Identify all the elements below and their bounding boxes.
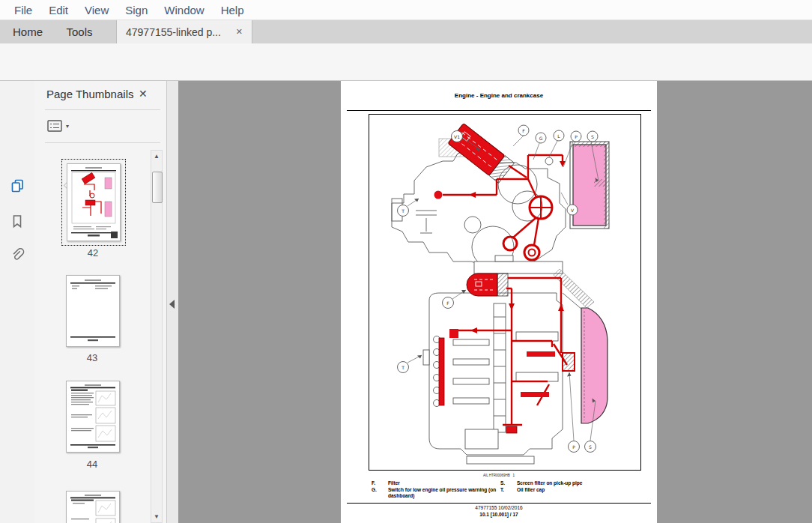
svg-text:T: T <box>401 208 405 214</box>
footer-rule <box>347 503 651 504</box>
svg-text:F: F <box>446 300 449 306</box>
thumbnail-page-43[interactable] <box>66 275 120 347</box>
oil-pump <box>563 353 575 371</box>
oil-filter-lower <box>467 273 508 296</box>
scrollbar-thumb[interactable] <box>152 172 163 203</box>
scroll-up-icon[interactable]: ▲ <box>151 153 162 160</box>
svg-text:S: S <box>591 134 594 139</box>
collapse-panel-icon[interactable] <box>169 300 175 309</box>
oil-sump-lower <box>581 308 608 423</box>
svg-text:T: T <box>401 365 405 370</box>
thumbnail-label-42: 42 <box>67 247 119 259</box>
menu-sign[interactable]: Sign <box>117 4 156 16</box>
menu-window[interactable]: Window <box>156 4 212 16</box>
tab-home[interactable]: Home <box>0 20 55 43</box>
panel-close-icon[interactable]: ✕ <box>139 88 148 100</box>
svg-text:P: P <box>572 444 575 450</box>
bookmarks-icon[interactable] <box>9 213 25 229</box>
main-toolbar: / 709 46.8% ▾ ▾ <box>0 43 812 81</box>
svg-text:S: S <box>589 444 592 450</box>
panel-divider <box>45 109 160 110</box>
page-thumbnails-icon[interactable] <box>9 178 25 194</box>
svg-text:P: P <box>575 134 578 139</box>
engine-diagram: V1 F G L P S T V <box>369 115 640 470</box>
legend-text-t: Oil filler cap <box>517 487 629 493</box>
menu-help[interactable]: Help <box>213 4 252 16</box>
legend-key-f: F. <box>372 480 375 486</box>
thumbnails-scrollbar[interactable]: ▲ ▼ <box>151 150 163 523</box>
thumbnail-options-button[interactable]: ▾ <box>47 119 73 133</box>
page-header: Engine - Engine and crankcase <box>341 92 657 99</box>
menu-file[interactable]: File <box>6 4 40 16</box>
thumbnail-44-preview <box>67 381 119 452</box>
legend-text-g: Switch for low engine oil pressure warni… <box>388 487 500 499</box>
legend-text-f: Filter <box>388 480 497 486</box>
scroll-down-icon[interactable]: ▼ <box>151 513 162 520</box>
thumbnail-page-44[interactable] <box>66 381 120 453</box>
thumbnail-42-preview <box>67 164 120 241</box>
thumbnail-page-42[interactable] <box>67 163 121 241</box>
figure-frame: V1 F G L P S T V <box>369 114 641 471</box>
panel-divider <box>45 142 160 143</box>
tab-document-label: 47977155-linked p... <box>126 26 221 38</box>
tab-document[interactable]: 47977155-linked p... ✕ <box>116 20 252 43</box>
header-rule <box>347 110 651 111</box>
thumbnail-label-44: 44 <box>66 459 118 470</box>
menu-view[interactable]: View <box>76 4 117 16</box>
tab-bar: Home Tools 47977155-linked p... ✕ <box>0 20 812 43</box>
thumbnail-43-preview <box>67 276 119 346</box>
legend-key-s: S. <box>500 480 505 486</box>
menu-bar: File Edit View Sign Window Help <box>0 0 812 20</box>
pdf-page: Engine - Engine and crankcase <box>341 81 657 523</box>
page-thumbnails-panel: Page Thumbnails ✕ ▾ <box>34 81 167 523</box>
document-viewport[interactable]: Engine - Engine and crankcase <box>178 81 812 523</box>
thumbnail-45-preview <box>67 492 119 523</box>
thumbnail-page-45[interactable] <box>66 491 120 523</box>
svg-text:V1: V1 <box>454 134 460 139</box>
legend-key-t: T. <box>500 487 504 492</box>
attachments-icon[interactable] <box>9 247 25 263</box>
svg-text:F: F <box>522 128 525 133</box>
menu-edit[interactable]: Edit <box>40 4 76 16</box>
options-caret-icon: ▾ <box>66 123 69 130</box>
acrobat-window: File Edit View Sign Window Help Home Too… <box>0 0 812 523</box>
footer-doc-number: 47977155 10/02/2016 <box>341 505 657 510</box>
panel-title: Page Thumbnails <box>46 88 133 100</box>
legend-key-g: G. <box>372 487 377 492</box>
options-list-icon <box>47 120 62 132</box>
navigation-rail <box>0 81 34 523</box>
tab-tools[interactable]: Tools <box>55 20 103 43</box>
footer-page-number: 10.1 [10.001] / 17 <box>341 512 657 517</box>
legend-text-s: Screen filter on pick-up pipe <box>517 480 629 486</box>
svg-text:G: G <box>539 136 543 141</box>
tab-close-icon[interactable]: ✕ <box>236 27 243 37</box>
panel-splitter[interactable] <box>167 81 178 523</box>
thumbnail-label-43: 43 <box>66 352 118 363</box>
figure-reference: AIL HTR00069HB 1 <box>341 474 657 477</box>
